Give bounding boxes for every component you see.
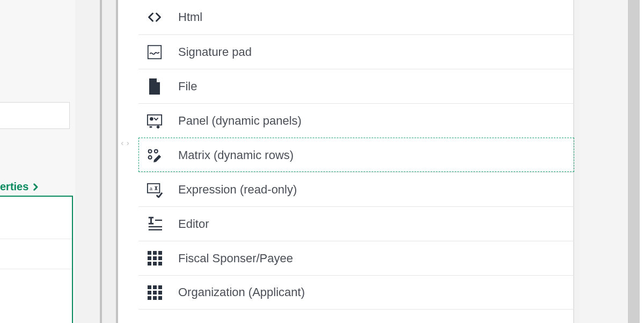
toolbox-item-label: Panel (dynamic panels) bbox=[178, 114, 302, 128]
expression-icon: a bbox=[146, 181, 163, 198]
editor-icon bbox=[146, 216, 163, 233]
drag-handle-icon[interactable] bbox=[120, 139, 130, 148]
designer-canvas: Html Signature pad Fil bbox=[100, 0, 574, 323]
toolbox-item-label: Editor bbox=[178, 217, 209, 231]
properties-tab[interactable]: erties bbox=[0, 181, 47, 193]
signature-icon bbox=[146, 44, 163, 61]
grid-icon bbox=[146, 250, 163, 267]
svg-point-2 bbox=[150, 117, 153, 120]
toolbox-item-file[interactable]: File bbox=[138, 69, 574, 103]
svg-text:a: a bbox=[150, 185, 153, 191]
svg-rect-1 bbox=[148, 114, 162, 125]
grid-icon bbox=[146, 284, 163, 301]
panel-dynamic-icon bbox=[146, 112, 163, 130]
toolbox-item-signaturepad[interactable]: Signature pad bbox=[138, 34, 574, 69]
properties-panel-body bbox=[0, 196, 73, 323]
svg-rect-10 bbox=[149, 229, 162, 230]
toolbox-item-label: Fiscal Sponser/Payee bbox=[178, 252, 293, 265]
properties-panel: erties bbox=[0, 0, 75, 323]
html-icon bbox=[146, 9, 163, 26]
canvas-body: Html Signature pad Fil bbox=[118, 0, 574, 323]
svg-point-5 bbox=[149, 155, 152, 159]
svg-point-3 bbox=[149, 149, 152, 153]
svg-rect-9 bbox=[149, 226, 162, 227]
toolbox-item-label: Html bbox=[178, 10, 202, 24]
toolbox-item-fiscalsponser[interactable]: Fiscal Sponser/Payee bbox=[138, 241, 574, 275]
properties-tab-label: erties bbox=[0, 181, 28, 193]
toolbox-item-organization[interactable]: Organization (Applicant) bbox=[138, 275, 574, 310]
toolbox-item-label: Signature pad bbox=[178, 45, 252, 59]
toolbox-item-expression[interactable]: a Expression (read-only) bbox=[138, 172, 574, 206]
toolbox-item-label: Expression (read-only) bbox=[178, 183, 297, 197]
toolbox-item-editor[interactable]: Editor bbox=[138, 206, 574, 241]
chevron-right-icon bbox=[31, 182, 40, 192]
toolbox-item-paneldynamic[interactable]: Panel (dynamic panels) bbox=[138, 103, 574, 138]
svg-rect-8 bbox=[155, 219, 162, 220]
toolbox-item-html[interactable]: Html bbox=[138, 0, 574, 34]
vertical-scrollbar[interactable] bbox=[628, 0, 640, 323]
toolbox-item-matrixdynamic[interactable]: Matrix (dynamic rows) bbox=[138, 138, 574, 172]
text-input-partial[interactable] bbox=[0, 102, 70, 129]
file-icon bbox=[146, 78, 163, 95]
right-edge bbox=[640, 0, 644, 323]
canvas-left-gutter bbox=[100, 0, 118, 323]
matrix-dynamic-icon bbox=[146, 147, 163, 164]
svg-point-4 bbox=[155, 149, 158, 153]
toolbox-item-label: File bbox=[178, 80, 197, 94]
toolbox-list: Html Signature pad Fil bbox=[138, 0, 574, 310]
toolbox-item-label: Matrix (dynamic rows) bbox=[178, 148, 294, 162]
toolbox-item-label: Organization (Applicant) bbox=[178, 285, 305, 299]
